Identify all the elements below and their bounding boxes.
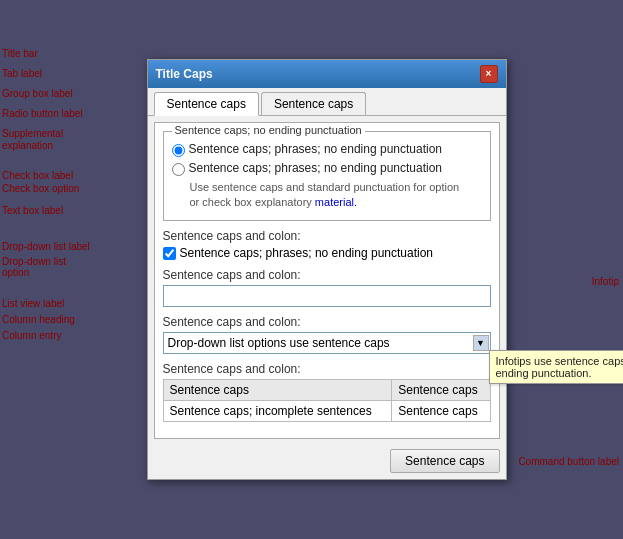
list-view-table: Sentence caps Sentence caps Sentence cap… <box>163 379 491 422</box>
title-bar-text: Title Caps <box>156 67 213 81</box>
checkbox-item: Sentence caps; phrases; no ending punctu… <box>163 246 491 260</box>
text-box-input[interactable] <box>163 285 491 307</box>
ann-column-heading: Column heading <box>2 314 75 325</box>
button-area: Sentence caps <box>148 445 506 479</box>
title-bar: Title Caps × <box>148 60 506 88</box>
check-box-section: Sentence caps and colon: Sentence caps; … <box>163 229 491 260</box>
dropdown-section: Sentence caps and colon: Drop-down list … <box>163 315 491 354</box>
ann-group-box-label: Group box label <box>2 88 73 99</box>
radio-1[interactable] <box>172 144 185 157</box>
ann-dropdown-list-label: Drop-down list label <box>2 241 90 252</box>
ann-command-button-label: Command button label <box>518 456 619 467</box>
ann-list-view-label: List view label <box>2 298 64 309</box>
column-heading-2: Sentence caps <box>392 380 490 401</box>
column-entry-2: Sentence caps <box>392 401 490 422</box>
column-heading-1: Sentence caps <box>163 380 392 401</box>
ann-supplemental: Supplemental <box>2 128 63 139</box>
list-view-header-row: Sentence caps Sentence caps <box>163 380 490 401</box>
checkbox-1[interactable] <box>163 247 176 260</box>
ann-column-entry: Column entry <box>2 330 61 341</box>
group-box: Sentence caps; no ending punctuation Sen… <box>163 131 491 222</box>
ann-option: option <box>2 267 29 278</box>
dropdown-section-label: Sentence caps and colon: <box>163 315 491 329</box>
radio-item-1: Sentence caps; phrases; no ending punctu… <box>172 142 482 157</box>
ann-text-box-label: Text box label <box>2 205 63 216</box>
tab-bar: Sentence caps Sentence caps <box>148 88 506 116</box>
ann-check-box-label: Check box label <box>2 170 73 181</box>
ann-tab-label: Tab label <box>2 68 42 79</box>
dialog-window: Title Caps × Sentence caps Sentence caps… <box>147 59 507 481</box>
radio-2[interactable] <box>172 163 185 176</box>
table-row: Sentence caps; incomplete sentences Sent… <box>163 401 490 422</box>
radio-item-2: Sentence caps; phrases; no ending punctu… <box>172 161 482 176</box>
ann-dropdown-list: Drop-down list <box>2 256 66 267</box>
column-entry-1: Sentence caps; incomplete sentences <box>163 401 392 422</box>
group-box-label: Sentence caps; no ending punctuation <box>172 124 365 136</box>
text-box-label: Sentence caps and colon: <box>163 268 491 282</box>
list-view-label: Sentence caps and colon: <box>163 362 491 376</box>
tab-sentence-caps-1[interactable]: Sentence caps <box>154 92 259 116</box>
supplemental-highlight: material. <box>315 196 357 208</box>
close-button[interactable]: × <box>480 65 498 83</box>
ann-explanation: explanation <box>2 140 53 151</box>
command-button[interactable]: Sentence caps <box>390 449 499 473</box>
dropdown-wrapper: Drop-down list options use sentence caps… <box>163 332 491 354</box>
radio-label-1: Sentence caps; phrases; no ending punctu… <box>189 142 443 156</box>
tab-sentence-caps-2[interactable]: Sentence caps <box>261 92 366 115</box>
supplemental-text: Use sentence caps and standard punctuati… <box>190 180 482 211</box>
ann-radio-button-label: Radio button label <box>2 108 83 119</box>
main-content: Sentence caps; no ending punctuation Sen… <box>154 122 500 440</box>
ann-title-bar: Title bar <box>2 48 38 59</box>
text-box-section: Sentence caps and colon: <box>163 268 491 307</box>
infotip: Infotips use sentence caps and ending pu… <box>489 350 624 384</box>
group-box-content: Sentence caps; phrases; no ending punctu… <box>172 142 482 211</box>
radio-label-2: Sentence caps; phrases; no ending punctu… <box>189 161 443 175</box>
ann-infotip: Infotip <box>592 276 619 287</box>
dropdown-select[interactable]: Drop-down list options use sentence caps <box>163 332 491 354</box>
ann-check-box-option: Check box option <box>2 183 79 194</box>
check-box-section-label: Sentence caps and colon: <box>163 229 491 243</box>
checkbox-label: Sentence caps; phrases; no ending punctu… <box>180 246 434 260</box>
list-view-section: Sentence caps and colon: Sentence caps S… <box>163 362 491 422</box>
